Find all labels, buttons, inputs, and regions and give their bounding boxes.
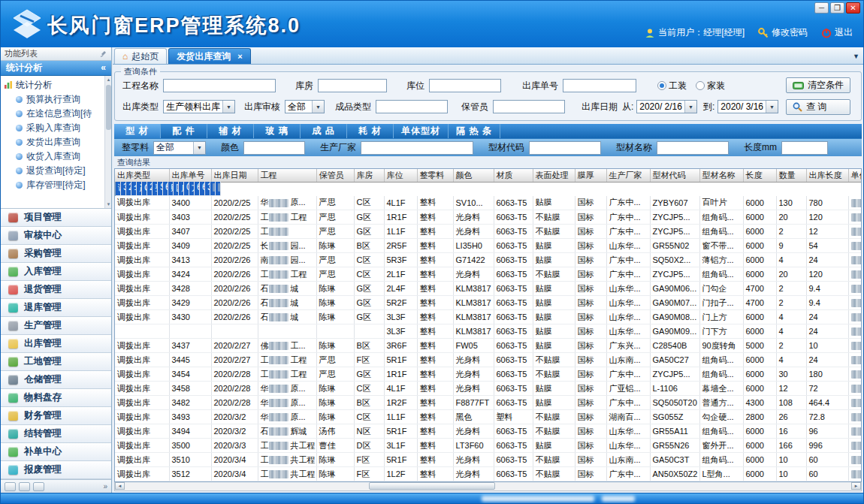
tree-item[interactable]: 退货查询[待定] (4, 164, 111, 178)
tree-item[interactable]: 采购入库查询 (4, 121, 111, 135)
tree-item[interactable]: 在途信息查询[待 (4, 107, 111, 121)
table-row[interactable]: 调拨出库34032020/2/25工工程严思G区1R1F整料光身料6063-T5… (115, 210, 862, 225)
audit-select[interactable]: 全部 ▼ (285, 100, 325, 113)
column-header[interactable]: 整零料 (417, 169, 453, 182)
material-tab[interactable]: 成 品 (301, 124, 347, 138)
radio-work-clothes[interactable]: 工装 (657, 80, 687, 92)
table-row[interactable]: 调拨出库34942020/3/2石辉城汤伟N区5R1F整料光身料6063-T5不… (115, 424, 862, 439)
column-header[interactable]: 库位 (384, 169, 417, 182)
order-no-input[interactable] (563, 79, 636, 92)
table-row[interactable]: 调拨出库34582020/2/28华原...陈琳C区4L1F整料光身料6063-… (115, 382, 862, 396)
column-header[interactable]: 生产厂家 (606, 169, 650, 182)
sidebar-module[interactable]: 报废管理 (1, 461, 111, 479)
scroll-up-icon[interactable]: ▲ (105, 76, 111, 83)
table-row[interactable]: 调拨出库34132020/2/26南园...严思C区5R3F整料G7142260… (115, 253, 862, 267)
table-row[interactable]: 调拨出库34452020/2/27工工程严思F区5R1F整料光身料6063-T5… (115, 353, 862, 367)
manufacturer-input[interactable] (361, 141, 473, 155)
more-icon[interactable]: » (103, 482, 107, 490)
tree-scrollbar-thumb[interactable] (106, 85, 111, 130)
table-row[interactable]: 调拨出库34372020/2/27佛工...陈琳B区3R6F整料FW056063… (115, 339, 862, 353)
table-row[interactable]: 3L3F整料KLM38176063-T5贴膜国标山东华...GA90M09...… (115, 324, 862, 339)
table-row[interactable]: 调拨出库34092020/2/25长园...陈琳B区2R5F整料LI35H060… (115, 239, 862, 253)
column-header[interactable]: 颜色 (453, 169, 494, 182)
tab-home[interactable]: ⌂ 起始页 (114, 48, 167, 64)
column-header[interactable]: 型材名称 (699, 169, 743, 182)
location-input[interactable] (429, 79, 501, 92)
logout-button[interactable]: 退出 (821, 26, 853, 39)
column-header[interactable]: 保管员 (316, 169, 354, 182)
search-button[interactable]: 查 询 (786, 99, 850, 115)
tab-shipment-outbound-query[interactable]: 发货出库查询 × (168, 48, 250, 64)
radio-home-decoration[interactable]: 家装 (696, 80, 725, 92)
material-tab[interactable]: 辅 材 (207, 124, 254, 138)
column-header[interactable]: 出库日期 (211, 169, 258, 182)
table-row[interactable]: 调拨出库35002020/3/3工共工程曹佳D区3L1F整料LT3F606063… (115, 439, 862, 453)
material-tab[interactable]: 单体型材 (394, 124, 449, 138)
column-header[interactable]: 型材代码 (650, 169, 699, 182)
sidebar-module[interactable]: 结转管理 (1, 425, 111, 443)
table-row[interactable]: 调拨出库34542020/2/28工工程严思G区1R1F整料光身料6063-T5… (115, 367, 862, 382)
profile-code-input[interactable] (529, 141, 601, 155)
material-tab[interactable]: 配 件 (161, 124, 207, 138)
column-header[interactable]: 出库单号 (169, 169, 211, 182)
column-header[interactable]: 出库类型 (115, 169, 169, 182)
table-row[interactable]: 调拨出库33992020/2/25华原...严思C区2L1F整料SV10...6… (115, 183, 169, 196)
minimize-button[interactable]: ─ (814, 2, 829, 14)
sidebar-module[interactable]: 项目管理 (1, 209, 111, 227)
table-row[interactable]: 调拨出库34002020/2/25华原...严思C区4L1F整料SV10...6… (115, 196, 862, 210)
column-header[interactable]: 出库长度 (806, 169, 848, 182)
sidebar-module[interactable]: 审核中心 (1, 227, 111, 245)
sidebar-module[interactable]: 物料盘存 (1, 389, 111, 407)
date-to-picker[interactable]: 2020/ 3/16 ▼ (717, 100, 778, 113)
sidebar-module[interactable]: 采购管理 (1, 245, 111, 263)
footer-tool-icon[interactable] (5, 482, 16, 491)
table-row[interactable]: 调拨出库34282020/2/26石城陈琳G区2L4F整料KLM38176063… (115, 282, 862, 296)
column-header[interactable]: 工程 (258, 169, 316, 182)
sidebar-module[interactable]: 出库管理 (1, 335, 111, 353)
pin-icon[interactable] (100, 50, 107, 57)
profile-name-input[interactable] (657, 141, 729, 155)
table-row[interactable]: 调拨出库34292020/2/26石城陈琳G区5R2F整料KLM38176063… (115, 296, 862, 310)
scroll-down-icon[interactable]: ▼ (105, 201, 111, 208)
scroll-right-icon[interactable]: ► (851, 482, 861, 490)
whole-part-select[interactable]: 全部 ▼ (153, 141, 206, 155)
table-row[interactable]: 调拨出库34242020/2/26工工程严思C区2L1F整料光身料6063-T5… (115, 267, 862, 282)
table-row[interactable]: 调拨出库34932020/3/2华原...陈琳C区1L1F整料黑色塑料不贴膜国标… (115, 410, 862, 424)
tab-close-icon[interactable]: × (234, 53, 242, 61)
product-type-input[interactable] (376, 100, 448, 113)
close-button[interactable]: ✕ (846, 2, 860, 14)
tree-item[interactable]: 库存管理[待定] (4, 178, 111, 192)
color-input[interactable] (243, 141, 305, 155)
collapse-icon[interactable]: « (101, 62, 106, 73)
tree-scrollbar[interactable]: ▲ ▼ (104, 76, 111, 208)
column-header[interactable]: 膜厚 (575, 169, 606, 182)
column-header[interactable]: 数量 (776, 169, 806, 182)
table-row[interactable]: 调拨出库35102020/3/4工共工程陈琳F区5R1F整料光身料6063-T5… (115, 453, 862, 467)
column-header[interactable]: 长度 (743, 169, 776, 182)
warehouse-input[interactable] (318, 79, 387, 92)
sidebar-module[interactable]: 退库管理 (1, 299, 111, 317)
table-row[interactable]: 调拨出库34072020/2/25工严思G区1L1F整料光身料6063-T5不贴… (115, 225, 862, 239)
sidebar-module[interactable]: 生产管理 (1, 317, 111, 335)
horizontal-scrollbar[interactable]: ◄ ► (114, 482, 862, 491)
column-header[interactable]: 库房 (354, 169, 384, 182)
tree-item[interactable]: 收货入库查询 (4, 149, 111, 164)
date-from-picker[interactable]: 2020/ 2/16 ▼ (636, 100, 697, 113)
sidebar-module[interactable]: 财务管理 (1, 407, 111, 425)
sidebar-module[interactable]: 仓储管理 (1, 371, 111, 389)
column-header[interactable]: 表面处理 (533, 169, 575, 182)
material-tab[interactable]: 型 材 (114, 124, 161, 138)
column-header[interactable]: 单价 (848, 169, 862, 182)
table-row[interactable]: 调拨出库34822020/2/28华原...陈琳B区1R2F整料F8877FT6… (115, 396, 862, 410)
material-tab[interactable]: 耗 材 (347, 124, 394, 138)
length-input[interactable] (781, 141, 828, 155)
sidebar-module[interactable]: 工地管理 (1, 353, 111, 371)
sidebar-module[interactable]: 退货管理 (1, 281, 111, 299)
footer-tool-icon[interactable] (33, 482, 44, 491)
table-row[interactable]: 调拨出库35122020/3/4工共工程陈琳F区1L2F整料光身料6063-T5… (115, 467, 862, 481)
project-name-input[interactable] (163, 79, 276, 92)
maximize-button[interactable]: ❐ (830, 2, 844, 14)
sidebar-section-statistics[interactable]: 统计分析 « (1, 61, 111, 76)
table-row[interactable]: 调拨出库34302020/2/26石城陈琳G区3L3F整料KLM38176063… (115, 310, 862, 324)
column-header[interactable]: 材质 (494, 169, 533, 182)
